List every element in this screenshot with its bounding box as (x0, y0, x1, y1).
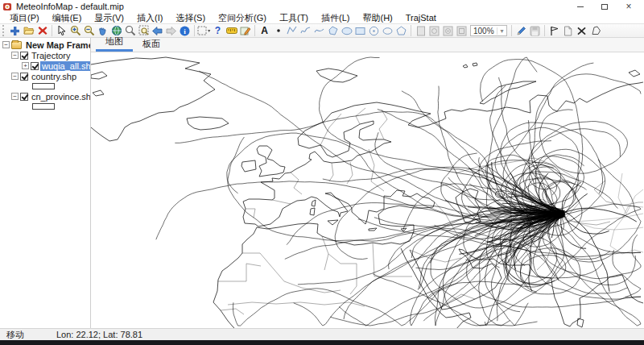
rectangle-icon[interactable] (353, 24, 367, 37)
curve-icon[interactable] (312, 24, 326, 37)
menu-bar: 项目(P) 编辑(E) 显示(V) 插入(I) 选择(S) 空间分析(G) 工具… (0, 12, 644, 23)
coastline-layer (91, 57, 643, 328)
tree-node-cn-province[interactable]: − cn_province.shp (0, 91, 90, 102)
menu-help[interactable]: 帮助(H) (356, 12, 398, 24)
window-title: MeteoInfoMap - default.mip (16, 2, 124, 11)
expander-icon[interactable]: − (11, 52, 19, 59)
layout-fit-icon[interactable] (455, 24, 469, 37)
view-tabs: 地图 板面 (91, 38, 644, 52)
title-bar: MeteoInfoMap - default.mip × (0, 0, 644, 12)
menu-project[interactable]: 项目(P) (3, 12, 46, 24)
zoom-level-value: 100% (471, 27, 497, 35)
close-button[interactable]: × (617, 2, 641, 12)
layer-checkbox[interactable] (20, 73, 28, 81)
delete-icon[interactable] (575, 24, 588, 37)
circle-icon[interactable] (367, 24, 381, 37)
start-edit-icon[interactable] (238, 24, 252, 37)
select-icon[interactable] (55, 24, 68, 37)
app-window: MeteoInfoMap - default.mip × 项目(P) 编辑(E)… (0, 0, 644, 345)
layout-zoom-out-icon[interactable] (441, 24, 455, 37)
freehand-icon[interactable] (299, 24, 312, 37)
expander-icon[interactable]: − (11, 93, 19, 100)
menu-trajstat[interactable]: TrajStat (399, 13, 443, 23)
cn-province-borders-layer (554, 173, 643, 254)
save-icon[interactable] (528, 24, 542, 37)
layout-zoom-in-icon[interactable] (427, 24, 441, 37)
content-area: 地图 板面 (91, 38, 644, 328)
new-page-icon[interactable] (561, 24, 575, 37)
layer-checkbox[interactable] (20, 93, 28, 101)
combo-caret-icon[interactable]: ▾ (497, 27, 506, 35)
measure-icon[interactable] (225, 24, 238, 37)
minimize-icon (577, 6, 584, 7)
point-icon[interactable] (271, 24, 285, 37)
trajectory-lines (156, 57, 641, 326)
next-view-icon[interactable] (164, 24, 178, 37)
oval-icon[interactable] (381, 24, 394, 37)
open-project-icon[interactable] (22, 24, 35, 37)
remove-layer-icon[interactable] (35, 24, 49, 37)
status-coordinates: Lon: 22.12; Lat: 78.81 (50, 330, 142, 339)
polygon-icon[interactable] (326, 24, 340, 37)
menu-geoprocessing[interactable]: 空间分析(G) (212, 12, 273, 24)
help-icon[interactable]: ? (211, 24, 225, 37)
maximize-button[interactable] (592, 2, 617, 12)
map-frame-icon (11, 41, 22, 49)
tree-node-trajectory[interactable]: − Trajectory (0, 50, 90, 60)
zoom-level-combo[interactable]: 100% ▾ (470, 25, 507, 36)
zoom-out-icon[interactable] (82, 24, 96, 37)
layer-checkbox[interactable] (31, 62, 39, 70)
tab-map[interactable]: 地图 (96, 34, 133, 52)
menu-selection[interactable]: 选择(S) (169, 12, 212, 24)
country-borders-layer (217, 108, 643, 314)
legend-swatch (32, 103, 55, 110)
layer-checkbox[interactable] (20, 52, 28, 60)
identify-icon[interactable]: i (178, 24, 192, 37)
status-bar: 移动 Lon: 22.12; Lat: 78.81 (0, 328, 644, 340)
edit-pencil-icon[interactable] (514, 24, 528, 37)
select-flag-icon[interactable] (547, 24, 561, 37)
zoom-in-icon[interactable] (68, 24, 82, 37)
expander-icon[interactable]: − (11, 73, 19, 80)
menu-view[interactable]: 显示(V) (88, 12, 130, 24)
previous-view-icon[interactable] (151, 24, 164, 37)
status-mode: 移动 (0, 329, 50, 341)
pentagon-icon[interactable] (394, 24, 408, 37)
layer-label-wuqia-all[interactable]: wuqia_all.shp (40, 61, 91, 71)
layout-page-icon[interactable] (414, 24, 427, 37)
expander-icon[interactable]: − (2, 41, 10, 48)
map-canvas[interactable] (91, 52, 643, 328)
layers-panel: − New Map Frame − Trajectory + wuqia_all… (0, 38, 91, 328)
toolbar-grip (2, 25, 6, 36)
layer-label-cn-province[interactable]: cn_province.shp (30, 92, 91, 102)
map-view[interactable] (91, 52, 644, 328)
map-frame-label[interactable]: New Map Frame (24, 40, 91, 50)
menu-insert[interactable]: 插入(I) (130, 12, 169, 24)
legend-item-country (0, 81, 90, 91)
window-bottom-edge (0, 340, 644, 345)
add-layer-icon[interactable] (8, 24, 22, 37)
menu-tools[interactable]: 工具(T) (273, 12, 315, 24)
app-icon (3, 2, 12, 11)
legend-item-cn-province (0, 102, 90, 111)
tab-layout[interactable]: 板面 (133, 36, 170, 52)
tree-node-country[interactable]: − country.shp (0, 71, 90, 81)
tree-node-wuqia-all[interactable]: + wuqia_all.shp (0, 60, 90, 71)
zoom-to-extent-icon[interactable] (137, 24, 151, 37)
tree-node-map-frame[interactable]: − New Map Frame (0, 39, 90, 50)
layer-label-country[interactable]: country.shp (30, 72, 78, 81)
menu-plugins[interactable]: 插件(L) (315, 12, 356, 24)
layer-label-trajectory[interactable]: Trajectory (30, 51, 72, 60)
label-icon[interactable]: A (258, 24, 271, 37)
polygon-select-icon[interactable] (588, 24, 602, 37)
minimize-button[interactable] (568, 2, 592, 12)
expander-icon[interactable]: + (22, 62, 29, 69)
maximize-icon (601, 4, 608, 10)
main-area: − New Map Frame − Trajectory + wuqia_all… (0, 38, 644, 328)
legend-swatch (32, 83, 55, 89)
new-polyline-icon[interactable] (285, 24, 299, 37)
menu-edit[interactable]: 编辑(E) (46, 12, 89, 24)
select-by-rectangle-icon[interactable] (197, 24, 211, 37)
ellipse-icon[interactable] (340, 24, 353, 37)
